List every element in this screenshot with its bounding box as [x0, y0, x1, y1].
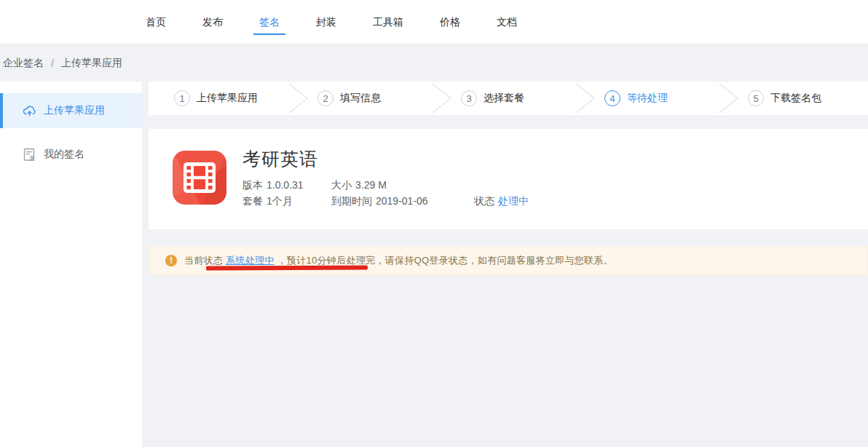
nav-item-price[interactable]: 价格: [434, 0, 466, 44]
breadcrumb-current: 上传苹果应用: [61, 57, 122, 70]
plan-label: 套餐: [242, 193, 263, 209]
nav-item-toolbox[interactable]: 工具箱: [367, 0, 409, 44]
app-card: 考研英语 版本 1.0.0.31 大小 3.29 M 套餐 1个月: [149, 129, 868, 229]
status-label: 状态: [474, 193, 494, 209]
film-app-icon: [173, 151, 226, 205]
sidebar: 上传苹果应用 我的签名: [0, 82, 142, 447]
breadcrumb-section[interactable]: 企业签名: [3, 57, 44, 70]
step-label: 填写信息: [340, 92, 381, 105]
my-signature-icon: [22, 147, 36, 162]
alert-text-prefix: 当前状态: [184, 255, 226, 266]
expire-label: 到期时间: [331, 193, 372, 209]
chevron-right-icon: [423, 82, 461, 115]
app-expire-field: 到期时间 2019-01-06: [331, 193, 474, 209]
step-4-waiting: 4 等待处理: [604, 90, 710, 106]
step-number: 2: [317, 90, 334, 106]
step-label: 下载签名包: [770, 92, 821, 105]
step-number: 3: [461, 90, 477, 106]
nav-item-docs[interactable]: 文档: [491, 0, 523, 44]
chevron-right-icon: [567, 82, 604, 115]
meta-row-2: 套餐 1个月 到期时间 2019-01-06 状态 处理中: [242, 193, 529, 209]
app-meta: 版本 1.0.0.31 大小 3.29 M 套餐 1个月 到期时间: [242, 177, 529, 209]
sidebar-item-label: 我的签名: [44, 148, 84, 161]
step-number: 4: [604, 90, 620, 106]
warning-icon: !: [165, 255, 177, 266]
alert-status-link[interactable]: 系统处理中: [226, 255, 275, 266]
main-content: 1 上传苹果应用 2 填写信息 3 选择套餐 4 等待处理: [149, 82, 868, 447]
chevron-right-icon: [710, 82, 748, 115]
step-label: 选择套餐: [484, 92, 524, 105]
page: 首页 发布 签名 封装 工具箱 价格 文档 企业签名 / 上传苹果应用 上传苹果…: [0, 0, 868, 447]
step-1-upload: 1 上传苹果应用: [174, 90, 280, 106]
chevron-right-icon: [280, 82, 317, 115]
status-alert: ! 当前状态 系统处理中 ，预计10分钟后处理完，请保持QQ登录状态，如有问题客…: [149, 246, 868, 275]
meta-row-1: 版本 1.0.0.31 大小 3.29 M: [242, 177, 529, 193]
breadcrumb-separator: /: [51, 58, 54, 69]
alert-text-suffix: ，预计10分钟后处理完，请保持QQ登录状态，如有问题客服将立即与您联系。: [275, 255, 613, 266]
size-value: 3.29 M: [355, 177, 387, 193]
status-value: 处理中: [498, 193, 529, 209]
app-plan-field: 套餐 1个月: [242, 193, 331, 209]
app-status-field: 状态 处理中: [474, 193, 529, 209]
nav-item-home[interactable]: 首页: [140, 0, 172, 44]
top-nav: 首页 发布 签名 封装 工具箱 价格 文档: [0, 0, 868, 44]
app-title: 考研英语: [242, 147, 318, 171]
step-3-choose-plan: 3 选择套餐: [461, 90, 567, 106]
expire-value: 2019-01-06: [376, 193, 428, 209]
size-label: 大小: [331, 177, 352, 193]
red-underline-annotation: [206, 265, 368, 270]
plan-value: 1个月: [267, 193, 293, 209]
steps-bar: 1 上传苹果应用 2 填写信息 3 选择套餐 4 等待处理: [149, 82, 868, 115]
step-5-download: 5 下载签名包: [748, 90, 853, 106]
step-number: 5: [748, 90, 764, 106]
step-2-fill-info: 2 填写信息: [317, 90, 423, 106]
app-size-field: 大小 3.29 M: [331, 177, 474, 193]
step-label: 等待处理: [627, 92, 668, 105]
breadcrumb: 企业签名 / 上传苹果应用: [0, 44, 868, 82]
sidebar-item-label: 上传苹果应用: [44, 104, 105, 117]
step-number: 1: [174, 90, 190, 106]
nav-item-publish[interactable]: 发布: [197, 0, 229, 44]
top-nav-items: 首页 发布 签名 封装 工具箱 价格 文档: [140, 0, 523, 44]
cloud-upload-icon: [22, 103, 36, 118]
app-version-field: 版本 1.0.0.31: [242, 177, 331, 193]
sidebar-item-upload-apple-app[interactable]: 上传苹果应用: [0, 93, 142, 128]
sidebar-item-my-signatures[interactable]: 我的签名: [0, 137, 142, 172]
step-label: 上传苹果应用: [197, 92, 258, 105]
nav-item-package[interactable]: 封装: [310, 0, 342, 44]
version-label: 版本: [242, 177, 263, 193]
version-value: 1.0.0.31: [267, 177, 304, 193]
nav-item-sign[interactable]: 签名: [253, 0, 285, 44]
